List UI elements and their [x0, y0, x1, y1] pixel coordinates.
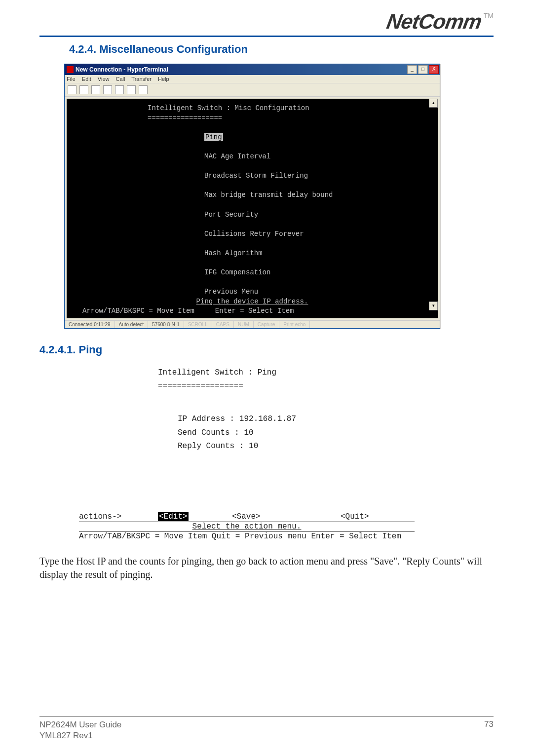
- ping-title: Intelligent Switch : Ping: [158, 366, 494, 379]
- hyperterminal-window: New Connection - HyperTerminal _ □ X Fil…: [64, 64, 440, 329]
- menu-transfer[interactable]: Transfer: [131, 76, 152, 82]
- menu-view[interactable]: View: [98, 76, 110, 82]
- footer-line2: YML827 Rev1: [39, 730, 121, 741]
- menu-item-broadcast-storm[interactable]: Broadcast Storm Filtering: [74, 171, 431, 181]
- menu-item-max-bridge[interactable]: Max bridge transmit delay bound: [74, 190, 431, 200]
- page-number: 73: [484, 719, 494, 741]
- menu-help[interactable]: Help: [158, 76, 169, 82]
- menu-edit[interactable]: Edit: [82, 76, 91, 82]
- open-icon[interactable]: [79, 85, 88, 94]
- maximize-button[interactable]: □: [418, 65, 428, 74]
- status-detect: Auto detect: [115, 321, 149, 328]
- toolbar: [65, 83, 440, 97]
- brand-logo: NetComm TM: [387, 10, 494, 34]
- trademark: TM: [484, 12, 494, 20]
- header-rule: [39, 36, 494, 37]
- hangup-icon[interactable]: [103, 85, 112, 94]
- menu-call[interactable]: Call: [116, 76, 125, 82]
- window-title: New Connection - HyperTerminal: [76, 66, 406, 73]
- menu-item-previous[interactable]: Previous Menu: [74, 287, 431, 297]
- actions-label: actions->: [79, 512, 158, 521]
- props-icon[interactable]: [139, 85, 148, 94]
- menu-item-collisions[interactable]: Collisions Retry Forever: [74, 229, 431, 239]
- ping-send-row: Send Counts : 10: [178, 426, 494, 440]
- status-connected: Connected 0:11:29: [65, 321, 115, 328]
- status-baud: 57600 8-N-1: [148, 321, 184, 328]
- terminal-title: Intelligent Switch : Misc Configuration: [74, 104, 431, 113]
- menu-file[interactable]: File: [67, 76, 76, 82]
- footer-line1: NP2624M User Guide: [39, 719, 121, 730]
- action-keys: Arrow/TAB/BKSPC = Move Item Quit = Previ…: [79, 531, 415, 541]
- status-caps: CAPS: [212, 321, 234, 328]
- ping-screen: Intelligent Switch : Ping ==============…: [158, 366, 494, 453]
- terminal-container: ▴ Intelligent Switch : Misc Configuratio…: [65, 97, 440, 320]
- status-printecho: Print echo: [279, 321, 310, 328]
- terminal-screen[interactable]: Intelligent Switch : Misc Configuration=…: [67, 99, 438, 318]
- status-bar: Connected 0:11:29 Auto detect 57600 8-N-…: [65, 320, 440, 328]
- window-titlebar[interactable]: New Connection - HyperTerminal _ □ X: [65, 64, 440, 75]
- action-bar: actions-> <Edit> <Save> <Quit> Select th…: [79, 512, 415, 541]
- ping-ip-row: IP Address : 192.168.1.87: [178, 413, 494, 426]
- receive-icon[interactable]: [127, 85, 136, 94]
- page-footer: NP2624M User Guide YML827 Rev1 73: [39, 716, 494, 741]
- minimize-button[interactable]: _: [407, 65, 417, 74]
- action-quit[interactable]: <Quit>: [341, 512, 369, 521]
- new-icon[interactable]: [68, 85, 76, 94]
- header: NetComm TM: [39, 10, 494, 34]
- ping-ip-value: 192.168.1.87: [239, 415, 296, 423]
- action-edit[interactable]: <Edit>: [158, 512, 232, 521]
- menu-bar[interactable]: File Edit View Call Transfer Help: [65, 75, 440, 83]
- action-save[interactable]: <Save>: [232, 512, 341, 521]
- ping-send-value: 10: [244, 428, 253, 437]
- status-num: NUM: [234, 321, 254, 328]
- call-icon[interactable]: [91, 85, 100, 94]
- app-icon: [67, 66, 74, 73]
- terminal-keys: Arrow/TAB/BKSPC = Move Item Enter = Sele…: [74, 306, 431, 316]
- close-button[interactable]: X: [429, 65, 439, 74]
- send-icon[interactable]: [115, 85, 124, 94]
- menu-item-mac-age[interactable]: MAC Age Interval: [74, 152, 431, 162]
- ping-reply-value: 10: [249, 442, 258, 451]
- status-scroll: SCROLL: [184, 321, 212, 328]
- ping-underline: ==================: [158, 379, 494, 393]
- scroll-up-button[interactable]: ▴: [429, 99, 438, 108]
- section-heading: 4.2.4. Miscellaneous Configuration: [69, 43, 494, 56]
- subsection-heading: 4.2.4.1. Ping: [39, 343, 494, 356]
- menu-item-ping[interactable]: Ping: [74, 133, 431, 143]
- status-capture: Capture: [254, 321, 280, 328]
- menu-item-hash[interactable]: Hash Algorithm: [74, 249, 431, 259]
- action-hint: Select the action menu.: [79, 522, 415, 531]
- scroll-down-button[interactable]: ▾: [429, 302, 438, 310]
- menu-item-ifg[interactable]: IFG Compensation: [74, 268, 431, 278]
- logo-text: NetComm: [385, 10, 484, 34]
- terminal-underline: ==================: [74, 113, 431, 123]
- menu-item-port-security[interactable]: Port Security: [74, 210, 431, 220]
- body-paragraph: Type the Host IP and the counts for ping…: [39, 555, 494, 581]
- terminal-hint: Ping the device IP address.: [74, 297, 431, 307]
- ping-reply-row: Reply Counts : 10: [178, 440, 494, 453]
